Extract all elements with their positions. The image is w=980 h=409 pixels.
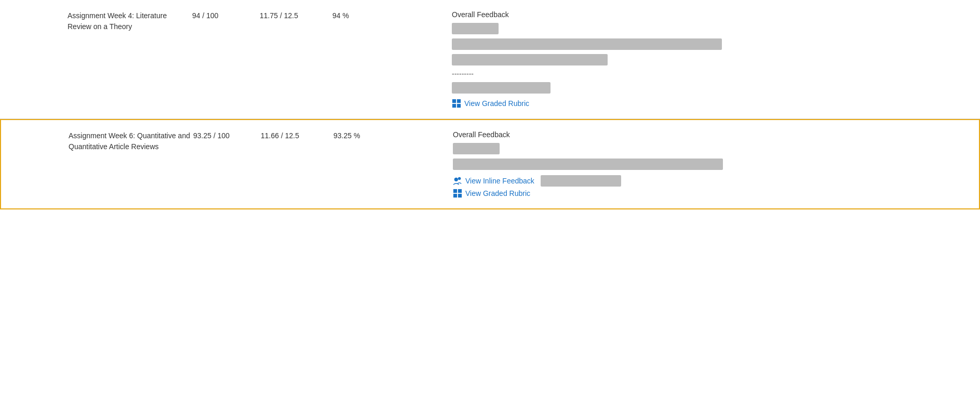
feedback-bar-long-2: [453, 159, 723, 170]
svg-rect-1: [457, 99, 461, 103]
rubric-icon-2: [453, 189, 462, 198]
feedback-label-1: Overall Feedback: [452, 10, 959, 19]
left-section-1: Assignment Week 4: Literature Review on …: [0, 10, 436, 108]
inline-feedback-icon: [453, 176, 462, 186]
grades-table: Assignment Week 4: Literature Review on …: [0, 0, 980, 409]
feedback-label-2: Overall Feedback: [453, 130, 958, 139]
svg-rect-7: [458, 189, 462, 193]
svg-point-5: [458, 177, 461, 180]
weighted-2: 11.66 / 12.5: [261, 130, 333, 140]
feedback-bar-short-1: [452, 23, 499, 34]
weighted-1: 11.75 / 12.5: [260, 10, 332, 20]
view-inline-feedback-label: View Inline Feedback: [465, 177, 534, 185]
links-row-2: View Inline Feedback View Graded Rubric: [453, 175, 958, 198]
svg-rect-0: [452, 99, 456, 103]
feedback-bar-medium2-1: [452, 82, 551, 94]
view-rubric-label-2: View Graded Rubric: [465, 189, 530, 197]
dashes-1: ---------: [452, 70, 959, 78]
right-section-1: Overall Feedback --------- View Graded R…: [436, 10, 980, 108]
inline-trailing-bar: [541, 175, 621, 187]
percent-2: 93.25 %: [333, 130, 385, 140]
assignment-name-1: Assignment Week 4: Literature Review on …: [68, 10, 192, 32]
percent-1: 94 %: [332, 10, 384, 20]
svg-rect-6: [453, 189, 457, 193]
svg-rect-9: [458, 194, 462, 197]
feedback-bar-short-2: [453, 143, 500, 154]
view-rubric-label-1: View Graded Rubric: [464, 99, 529, 108]
feedback-bar-medium-1: [452, 54, 608, 65]
rubric-icon-1: [452, 99, 461, 108]
assignment-name-2: Assignment Week 6: Quantitative and Quan…: [69, 130, 193, 152]
view-rubric-link-2[interactable]: View Graded Rubric: [453, 189, 958, 198]
svg-rect-3: [457, 104, 461, 108]
svg-rect-2: [452, 104, 456, 108]
score-2: 93.25 / 100: [193, 130, 261, 140]
svg-rect-8: [453, 194, 457, 197]
left-section-2: Assignment Week 6: Quantitative and Quan…: [1, 130, 437, 198]
right-section-2: Overall Feedback View Inline Feedback: [437, 130, 979, 198]
svg-point-4: [454, 178, 458, 181]
inline-feedback-row: View Inline Feedback: [453, 175, 958, 187]
score-1: 94 / 100: [192, 10, 260, 20]
view-inline-feedback-link[interactable]: View Inline Feedback: [453, 176, 534, 186]
view-rubric-link-1[interactable]: View Graded Rubric: [452, 99, 959, 108]
assignment-row-2: Assignment Week 6: Quantitative and Quan…: [0, 119, 980, 209]
feedback-bar-long-1: [452, 38, 722, 50]
assignment-row-1: Assignment Week 4: Literature Review on …: [0, 0, 980, 119]
